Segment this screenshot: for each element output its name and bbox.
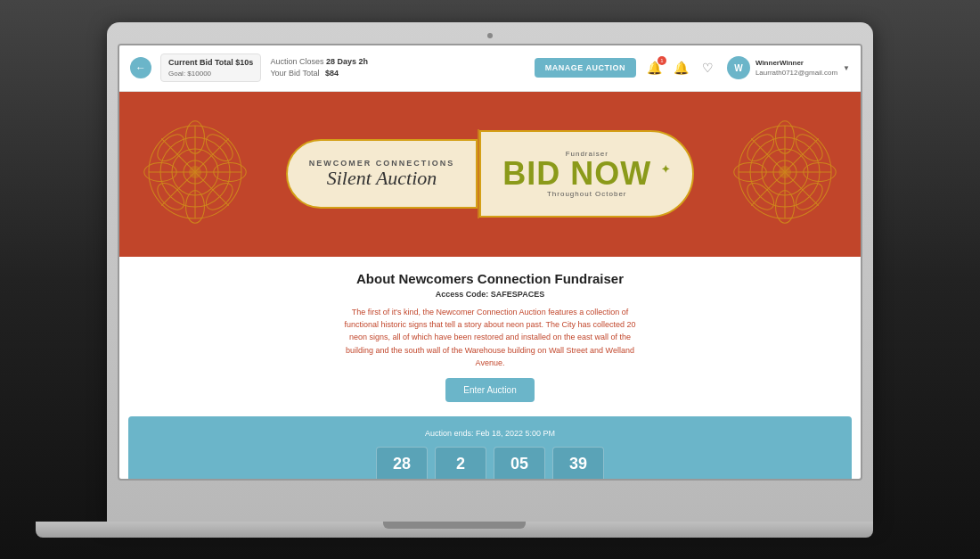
- content-title: About Newcomers Connection Fundraiser: [134, 271, 846, 286]
- user-email: Laurrath0712@gmail.com: [755, 68, 837, 78]
- chevron-down-icon: ▼: [843, 64, 850, 72]
- current-bid-label: Current Bid Total $10s: [168, 57, 253, 69]
- main-content: About Newcomers Connection Fundraiser Ac…: [119, 257, 861, 417]
- your-bid-value: $84: [325, 69, 339, 78]
- countdown-seconds: 39 seconds: [552, 447, 604, 480]
- seconds-value: 39: [557, 455, 600, 473]
- countdown-section: Auction ends: Feb 18, 2022 5:00 PM 28 da…: [128, 416, 852, 480]
- current-bid-value: $10s: [235, 58, 253, 67]
- avatar: W: [727, 56, 750, 79]
- user-menu[interactable]: W WinnerWinner Laurrath0712@gmail.com ▼: [727, 56, 850, 79]
- countdown-hours: 2 hours: [435, 447, 486, 480]
- user-info: WinnerWinner Laurrath0712@gmail.com: [755, 58, 837, 78]
- auction-closes-value: 28 Days 2h: [326, 57, 368, 66]
- laptop-screen: ← Current Bid Total $10s Goal: $10000 Au…: [118, 44, 862, 481]
- bid-now-label: BID NOW ✦: [502, 158, 671, 190]
- countdown-days: 28 days: [376, 447, 428, 480]
- banner-center: NEWCOMER CONNECTIONS Silent Auction Fund…: [286, 129, 695, 218]
- header: ← Current Bid Total $10s Goal: $10000 Au…: [119, 45, 861, 92]
- header-icons: 🔔 1 🔔 ♡: [645, 58, 718, 78]
- notifications-icon[interactable]: 🔔 1: [645, 58, 665, 78]
- countdown-minutes: 05 minutes: [494, 447, 545, 480]
- user-name: WinnerWinner: [755, 58, 837, 68]
- banner-divider: [478, 129, 479, 218]
- svg-point-16: [190, 166, 201, 177]
- minutes-value: 05: [498, 455, 541, 473]
- auction-closes-panel: Auction Closes 28 Days 2h Your Bid Total…: [270, 56, 368, 80]
- countdown-title: Auction ends: Feb 18, 2022 5:00 PM: [141, 429, 839, 438]
- auction-closes-label: Auction Closes 28 Days 2h: [270, 56, 368, 69]
- back-button[interactable]: ←: [130, 57, 151, 78]
- laptop-base: [36, 522, 873, 538]
- your-bid-row: Your Bid Total $84: [270, 68, 368, 80]
- bell-icon[interactable]: 🔔: [672, 58, 691, 78]
- notification-badge: 1: [657, 56, 666, 65]
- days-value: 28: [380, 455, 423, 473]
- countdown-boxes: 28 days 2 hours 05 minutes 39 seconds: [141, 447, 839, 480]
- bid-goal: Goal: $10000: [168, 69, 253, 78]
- hours-value: 2: [439, 455, 482, 473]
- laptop-notch: [383, 522, 526, 529]
- manage-auction-button[interactable]: MANAGE AUCTION: [535, 58, 636, 78]
- banner-left: NEWCOMER CONNECTIONS Silent Auction: [286, 139, 478, 209]
- laptop-camera: [487, 33, 493, 38]
- svg-point-33: [780, 166, 791, 177]
- access-code: Access Code: SAFESPACES: [134, 290, 846, 299]
- silent-auction-label: Silent Auction: [309, 168, 455, 189]
- current-bid-prefix: Current Bid Total: [168, 58, 235, 67]
- bid-info-panel: Current Bid Total $10s Goal: $10000: [160, 53, 261, 82]
- auction-banner: NEWCOMER CONNECTIONS Silent Auction Fund…: [119, 92, 861, 257]
- floral-decoration-left: [137, 114, 253, 230]
- enter-auction-button[interactable]: Enter Auction: [445, 378, 534, 402]
- floral-decoration-right: [727, 114, 843, 230]
- banner-right: Fundraiser BID NOW ✦ Throughout October: [479, 130, 694, 218]
- content-description: The first of it's kind, the Newcomer Con…: [339, 306, 641, 370]
- heart-icon[interactable]: ♡: [698, 58, 718, 78]
